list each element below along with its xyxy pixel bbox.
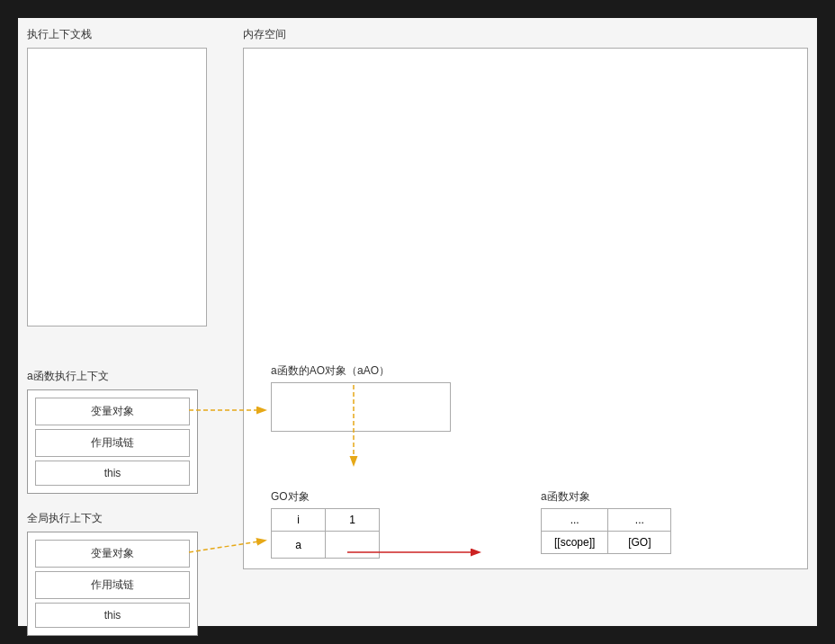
a-function-label: a函数执行上下文 bbox=[27, 369, 198, 384]
global-label: 全局执行上下文 bbox=[27, 511, 198, 526]
a-function-section: a函数执行上下文 变量对象 作用域链 this bbox=[27, 369, 198, 497]
g-this-row: this bbox=[35, 603, 190, 628]
ao-label: a函数的AO对象（aAO） bbox=[271, 363, 451, 379]
a-var-obj-row: 变量对象 bbox=[35, 398, 190, 425]
g-scope-chain-row: 作用域链 bbox=[35, 571, 190, 599]
ao-box bbox=[271, 382, 451, 432]
a-func-cell-dots2: ... bbox=[608, 509, 671, 532]
go-cell-i-key: i bbox=[272, 509, 326, 532]
ao-object: a函数的AO对象（aAO） bbox=[271, 363, 451, 432]
a-func-row-dots: ... ... bbox=[542, 509, 671, 532]
a-func-label: a函数对象 bbox=[541, 489, 671, 505]
memory-area: a函数的AO对象（aAO） GO对象 i 1 a bbox=[243, 48, 808, 569]
go-cell-i-val: 1 bbox=[326, 509, 380, 532]
global-section: 全局执行上下文 变量对象 作用域链 this bbox=[27, 511, 198, 640]
go-cell-a-val bbox=[326, 532, 380, 559]
a-func-cell-go: [GO] bbox=[608, 532, 671, 554]
a-func-cell-scope: [[scope]] bbox=[542, 532, 608, 554]
go-label: GO对象 bbox=[271, 489, 380, 505]
a-this-row: this bbox=[35, 461, 190, 486]
go-table: i 1 a bbox=[271, 508, 380, 559]
right-panel: 内存空间 a函数的AO对象（aAO） GO对象 i 1 a bbox=[216, 18, 817, 626]
go-object: GO对象 i 1 a bbox=[271, 489, 380, 559]
global-context-box: 变量对象 作用域链 this bbox=[27, 532, 198, 636]
a-func-object: a函数对象 ... ... [[scope]] [GO] bbox=[541, 489, 671, 554]
a-func-row-scope: [[scope]] [GO] bbox=[542, 532, 671, 554]
exec-stack-label: 执行上下文栈 bbox=[27, 27, 207, 42]
g-var-obj-row: 变量对象 bbox=[35, 540, 190, 568]
main-area: 执行上下文栈 a函数执行上下文 变量对象 作用域链 this 全局执行上下文 变… bbox=[18, 18, 817, 626]
go-row-a: a bbox=[272, 532, 380, 559]
a-scope-chain-row: 作用域链 bbox=[35, 429, 190, 457]
memory-label: 内存空间 bbox=[243, 27, 808, 42]
left-panel: 执行上下文栈 a函数执行上下文 变量对象 作用域链 this 全局执行上下文 变… bbox=[18, 18, 216, 626]
go-row-i: i 1 bbox=[272, 509, 380, 532]
go-cell-a-key: a bbox=[272, 532, 326, 559]
a-func-cell-dots1: ... bbox=[542, 509, 608, 532]
a-function-context-box: 变量对象 作用域链 this bbox=[27, 389, 198, 494]
a-func-table: ... ... [[scope]] [GO] bbox=[541, 508, 671, 554]
exec-stack-box bbox=[27, 48, 207, 326]
